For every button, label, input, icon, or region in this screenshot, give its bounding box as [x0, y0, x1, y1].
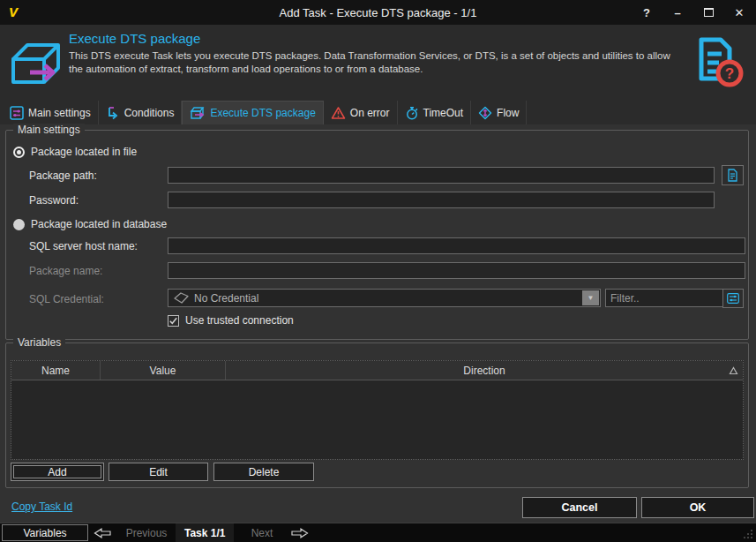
cancel-button[interactable]: Cancel — [522, 497, 637, 518]
dts-package-icon — [190, 106, 206, 120]
radio-label: Package located in database — [31, 218, 167, 230]
sliders-icon — [727, 293, 739, 304]
checkbox-checked-icon — [168, 315, 179, 327]
tab-label: Conditions — [124, 107, 175, 119]
tab-conditions[interactable]: Conditions — [99, 101, 183, 124]
maximize-icon — [704, 8, 714, 17]
package-name-row: Package name: — [29, 262, 102, 279]
checkbox-label: Use trusted connection — [185, 314, 294, 327]
next-nav-label[interactable]: Next — [231, 523, 293, 542]
password-label: Password: — [29, 194, 79, 207]
tab-label: Flow — [497, 107, 519, 119]
tab-label: Execute DTS package — [210, 107, 315, 119]
credential-filter-input[interactable] — [605, 289, 723, 307]
delete-button[interactable]: Delete — [213, 463, 314, 481]
task-nav-indicator: Task 1/1 — [176, 523, 234, 542]
help-button[interactable]: ? — [640, 6, 653, 19]
credential-value: No Credential — [194, 292, 258, 305]
tab-on-error[interactable]: On error — [324, 101, 398, 124]
tab-label: On error — [350, 107, 390, 119]
package-name-input — [168, 262, 745, 279]
package-path-label: Package path: — [29, 169, 97, 182]
sort-indicator-icon — [729, 366, 738, 375]
previous-arrow-icon[interactable] — [94, 528, 111, 538]
sql-credential-dropdown: No Credential ▼ — [168, 289, 601, 307]
file-browse-icon — [727, 169, 738, 182]
edit-button[interactable]: Edit — [109, 463, 208, 481]
package-path-row: Package path: — [29, 167, 97, 184]
variables-table-header: Name Value Direction — [11, 361, 743, 380]
tab-flow[interactable]: Flow — [471, 101, 527, 124]
trusted-connection-checkbox[interactable]: Use trusted connection — [168, 314, 294, 327]
browse-file-button[interactable] — [722, 165, 744, 185]
dts-package-icon — [7, 35, 64, 90]
sql-server-row: SQL server host name: — [29, 237, 138, 254]
variables-group: Variables Name Value Direction Add Edit … — [5, 343, 749, 488]
task-header: Execute DTS package This DTS execute Tas… — [0, 25, 756, 101]
group-label: Variables — [13, 336, 65, 349]
window-controls: ? – ✕ — [640, 0, 745, 25]
column-header-value[interactable]: Value — [101, 361, 226, 380]
radio-unselected-icon — [13, 219, 25, 230]
close-button[interactable]: ✕ — [733, 6, 745, 19]
previous-nav-label[interactable]: Previous — [115, 523, 178, 542]
document-help-icon: ? — [692, 34, 744, 91]
package-name-label: Package name: — [29, 265, 102, 277]
sql-server-input[interactable] — [168, 237, 745, 254]
main-settings-group: Main settings Package located in file Pa… — [5, 130, 749, 340]
tab-bar: Main settings Conditions Execute DTS pac… — [0, 101, 756, 124]
dropdown-arrow-icon[interactable]: ▼ — [582, 290, 599, 305]
error-triangle-icon — [331, 106, 346, 120]
sql-server-label: SQL server host name: — [29, 240, 138, 252]
status-bar: Variables Previous Task 1/1 Next — [0, 523, 756, 542]
credential-tag-icon — [173, 291, 190, 305]
password-input[interactable] — [168, 192, 715, 208]
stopwatch-icon — [405, 106, 419, 120]
tab-main-settings[interactable]: Main settings — [3, 101, 99, 124]
svg-text:?: ? — [725, 65, 734, 82]
radio-package-in-database[interactable]: Package located in database — [13, 218, 167, 230]
variables-nav-tab[interactable]: Variables — [2, 524, 88, 541]
minimize-button[interactable]: – — [671, 6, 684, 19]
credential-settings-button[interactable] — [722, 289, 744, 308]
sql-credential-label: SQL Credential: — [29, 293, 104, 305]
variables-table: Name Value Direction — [11, 360, 744, 460]
next-arrow-icon[interactable] — [291, 528, 309, 538]
copy-task-id-link[interactable]: Copy Task Id — [11, 501, 72, 513]
password-row: Password: — [29, 192, 79, 208]
add-task-dialog: V Add Task - Execute DTS package - 1/1 ?… — [0, 0, 756, 542]
maximize-button[interactable] — [702, 6, 715, 19]
variables-table-body[interactable] — [11, 380, 743, 460]
task-description: This DTS execute Task lets you execute D… — [69, 49, 677, 76]
tab-timeout[interactable]: TimeOut — [398, 101, 472, 124]
title-bar: V Add Task - Execute DTS package - 1/1 ?… — [0, 0, 756, 25]
radio-package-in-file[interactable]: Package located in file — [13, 146, 137, 158]
settings-sliders-icon — [10, 106, 24, 120]
tab-label: Main settings — [28, 107, 91, 119]
sql-credential-row: SQL Credential: — [29, 290, 104, 308]
radio-selected-icon — [13, 147, 25, 158]
task-type-title: Execute DTS package — [69, 31, 677, 46]
radio-label: Package located in file — [31, 146, 137, 158]
column-header-name[interactable]: Name — [11, 361, 101, 380]
tab-label: TimeOut — [423, 107, 464, 119]
flow-diamond-icon — [478, 106, 492, 120]
group-label: Main settings — [13, 124, 85, 136]
column-header-direction[interactable]: Direction — [226, 361, 743, 380]
ok-button[interactable]: OK — [641, 497, 754, 518]
resize-grip[interactable] — [742, 528, 754, 540]
conditions-branch-icon — [106, 106, 120, 120]
tab-execute-dts-package[interactable]: Execute DTS package — [182, 101, 323, 124]
add-button[interactable]: Add — [11, 463, 104, 481]
package-path-input[interactable] — [168, 167, 715, 184]
